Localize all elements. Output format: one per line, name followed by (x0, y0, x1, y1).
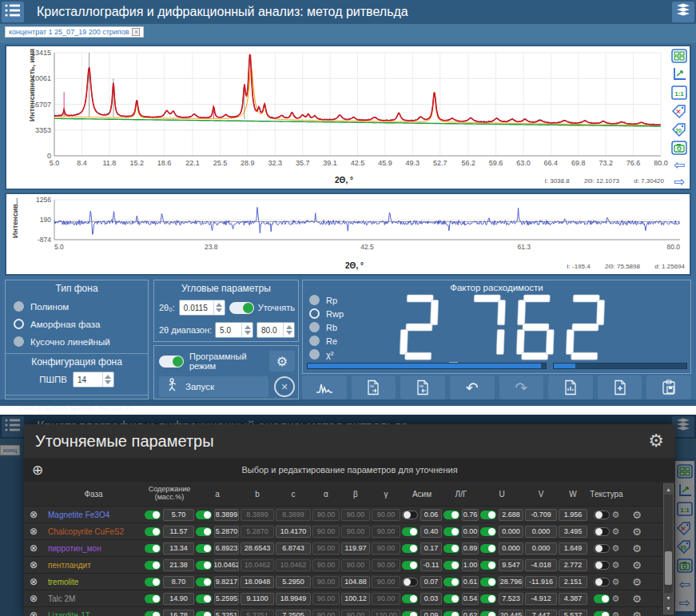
toggle[interactable] (443, 611, 459, 616)
background_panel-option[interactable]: Полином (14, 301, 148, 312)
toggle[interactable] (480, 527, 496, 536)
phase-name[interactable]: tremolite (43, 578, 144, 586)
range-to-stepper[interactable]: 80.0 (257, 322, 295, 338)
table-scrollbar[interactable]: ▲ ▼ ▼ (663, 483, 674, 614)
redo-button[interactable]: ↷ (499, 376, 544, 399)
v-value[interactable]: -11.916 (525, 576, 557, 588)
a-value[interactable]: 5.2870 (214, 526, 239, 538)
texture-gear-icon[interactable]: ⚙ (612, 610, 620, 616)
a-value[interactable]: 6.8923 (214, 542, 239, 554)
b-value[interactable]: 5.3251 (241, 610, 274, 616)
spectrum-button[interactable] (302, 376, 347, 399)
rfactor_panel-option[interactable]: Rb (309, 322, 344, 332)
phase-name[interactable]: Chalcopyrite CuFeS2 (43, 527, 144, 536)
toggle[interactable] (196, 527, 212, 536)
c-value[interactable]: 8.3899 (276, 509, 311, 521)
content-value[interactable]: 11.57 (163, 526, 194, 538)
gamma-value[interactable]: 90.00 (372, 593, 400, 605)
delete-phase-icon[interactable]: ⊗ (30, 542, 38, 554)
toggle[interactable] (443, 544, 459, 553)
alpha-value[interactable]: 90.00 (312, 559, 340, 571)
toggle[interactable] (402, 511, 418, 519)
toggle[interactable] (480, 511, 496, 519)
toggle[interactable] (402, 594, 418, 603)
menu-button[interactable] (2, 2, 24, 22)
remove-label-icon[interactable]: ✕ (670, 103, 688, 119)
toggle[interactable] (402, 578, 418, 586)
content-value[interactable]: 21.38 (163, 559, 194, 571)
u-value[interactable]: 7.523 (499, 593, 523, 605)
beta-value[interactable]: 90.00 (341, 526, 370, 538)
toggle[interactable] (145, 544, 161, 553)
toggle[interactable] (480, 544, 496, 553)
gamma-value[interactable]: 90.00 (372, 576, 400, 588)
toggle[interactable] (594, 594, 610, 603)
toggle[interactable] (402, 527, 418, 536)
lg-value[interactable]: 0.62 (462, 610, 479, 616)
v-value[interactable]: -0.709 (525, 509, 557, 521)
beta-value[interactable]: 90.00 (341, 559, 370, 571)
grid-view-icon[interactable] (670, 48, 688, 64)
layers-button[interactable] (672, 2, 694, 22)
pshpv-stepper[interactable]: 14 (73, 372, 114, 387)
program-mode-toggle[interactable] (159, 356, 184, 368)
b-value[interactable]: 28.6543 (241, 542, 274, 554)
snapshot-icon[interactable] (670, 140, 688, 156)
toggle[interactable] (480, 594, 496, 603)
toggle[interactable] (196, 561, 212, 570)
scrollbar-thumb[interactable] (665, 551, 672, 585)
toggle[interactable] (145, 527, 161, 536)
u-value[interactable]: 2.688 (499, 509, 523, 521)
phase-name[interactable]: Talc 2M (43, 594, 144, 603)
texture-gear-icon[interactable]: ⚙ (612, 594, 620, 604)
a-value[interactable]: 10.0462 (214, 559, 239, 571)
asym-value[interactable]: 0.06 (420, 509, 442, 521)
w-value[interactable]: 4.387 (559, 593, 587, 605)
u-value[interactable]: 0.000 (499, 526, 523, 538)
a-value[interactable]: 5.3251 (214, 610, 239, 616)
alpha-value[interactable]: 90.00 (312, 542, 340, 554)
background_panel-option[interactable]: Кусочно линейный (14, 336, 148, 347)
a-value[interactable]: 9.8217 (214, 576, 239, 588)
b-value[interactable]: 8.3899 (241, 509, 274, 521)
toggle[interactable] (402, 561, 418, 570)
structure-gear-icon[interactable]: ⚙ (632, 610, 642, 616)
asym-value[interactable]: 0.07 (420, 576, 442, 588)
b-value[interactable]: 10.0462 (241, 559, 274, 571)
c-value[interactable]: 7.2505 (276, 610, 311, 616)
toggle[interactable] (443, 578, 459, 586)
content-value[interactable]: 8.70 (163, 576, 194, 588)
toggle[interactable] (145, 561, 161, 570)
toggle[interactable] (480, 578, 496, 586)
toggle[interactable] (594, 544, 610, 553)
add-document-button[interactable] (598, 376, 642, 399)
asym-value[interactable]: 0.17 (420, 542, 442, 554)
u-value[interactable]: 9.547 (499, 559, 523, 571)
refine-toggle[interactable] (229, 302, 254, 314)
w-value[interactable]: 3.495 (559, 526, 587, 538)
rfactor_panel-option[interactable]: Rwp (309, 308, 344, 319)
toggle[interactable] (594, 561, 610, 570)
beta-value[interactable]: 90.00 (341, 509, 370, 521)
cancel-button[interactable]: ✕ (274, 376, 295, 397)
a-value[interactable]: 8.3899 (214, 509, 239, 521)
structure-gear-icon[interactable]: ⚙ (632, 593, 642, 605)
delete-phase-icon[interactable]: ⊗ (30, 576, 38, 587)
v-value[interactable]: 7.447 (525, 610, 557, 616)
structure-gear-icon[interactable]: ⚙ (632, 576, 642, 588)
rfactor_panel-option[interactable]: Rp (309, 295, 344, 305)
toggle[interactable] (594, 578, 610, 586)
a-value[interactable]: 5.2595 (214, 593, 239, 605)
u-value[interactable]: 28.796 (499, 576, 523, 588)
w-value[interactable]: 2.151 (559, 576, 587, 588)
tab-close-icon[interactable]: x (132, 28, 140, 36)
save-clipboard-button[interactable] (646, 376, 691, 399)
beta-value[interactable]: 100.12 (341, 593, 370, 605)
phase-name[interactable]: Magnetite Fe3O4 (43, 511, 144, 519)
beta-value[interactable]: 104.88 (341, 576, 370, 588)
pan-right-icon[interactable]: ⇨ (670, 175, 688, 189)
w-value[interactable]: 1.956 (559, 509, 587, 521)
diffraction-plot[interactable]: 03353670710061134155.08.411.815.218.622.… (19, 49, 669, 176)
toggle[interactable] (196, 578, 212, 586)
beta-value[interactable]: 119.97 (341, 542, 370, 554)
